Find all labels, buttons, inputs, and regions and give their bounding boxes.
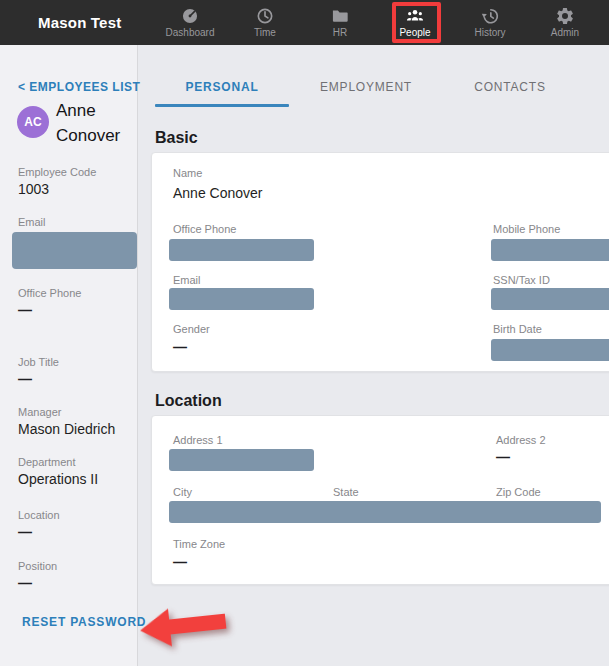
history-icon xyxy=(480,6,500,26)
gear-icon xyxy=(555,6,575,26)
reset-password-button[interactable]: RESET PASSWORD xyxy=(22,615,146,629)
avatar: AC xyxy=(17,106,49,138)
field-label: Department xyxy=(18,456,98,468)
app-title: Mason Test xyxy=(38,0,121,45)
folder-icon xyxy=(330,6,350,26)
field-value: Mason Diedrich xyxy=(18,421,115,437)
nav-item-admin[interactable]: Admin xyxy=(530,0,600,45)
redacted-email-value xyxy=(12,232,137,269)
address1-label: Address 1 xyxy=(173,434,223,446)
field-value: Operations II xyxy=(18,471,98,487)
nav-item-hr[interactable]: HR xyxy=(305,0,375,45)
redacted-email xyxy=(169,288,314,310)
gender-value: — xyxy=(173,339,187,355)
nav-label: Dashboard xyxy=(155,27,225,38)
basic-card: Name Anne Conover Office Phone Mobile Ph… xyxy=(151,152,609,372)
field-value: — xyxy=(18,524,60,540)
address2-value: — xyxy=(496,449,510,465)
nav-label: History xyxy=(455,27,525,38)
dashboard-gauge-icon xyxy=(180,6,200,26)
ssn-label: SSN/Tax ID xyxy=(493,274,550,286)
zip-code-label: Zip Code xyxy=(496,486,541,498)
annotation-arrow xyxy=(138,598,232,655)
field-label: Email xyxy=(18,216,46,228)
section-title-basic: Basic xyxy=(155,129,198,147)
field-value: — xyxy=(18,371,59,387)
redacted-ssn xyxy=(491,288,609,310)
main-content: PERSONAL EMPLOYMENT CONTACTS Basic Name … xyxy=(138,45,609,666)
nav-label: Time xyxy=(230,27,300,38)
location-card: Address 1 Address 2 — City State Zip Cod… xyxy=(151,415,609,585)
tab-personal[interactable]: PERSONAL xyxy=(150,75,294,99)
field-office-phone: Office Phone — xyxy=(18,287,81,318)
field-email: Email xyxy=(18,216,46,228)
field-label: Office Phone xyxy=(18,287,81,299)
field-job-title: Job Title — xyxy=(18,356,59,387)
field-value: — xyxy=(18,575,57,591)
name-label: Name xyxy=(173,167,202,179)
nav-label: People xyxy=(380,27,450,38)
city-label: City xyxy=(173,486,192,498)
field-value: 1003 xyxy=(18,181,96,197)
field-label: Employee Code xyxy=(18,166,96,178)
nav-label: Admin xyxy=(530,27,600,38)
field-manager: Manager Mason Diedrich xyxy=(18,406,115,437)
field-label: Manager xyxy=(18,406,115,418)
field-department: Department Operations II xyxy=(18,456,98,487)
nav-label: HR xyxy=(305,27,375,38)
field-employee-code: Employee Code 1003 xyxy=(18,166,96,197)
field-position: Position — xyxy=(18,560,57,591)
redacted-mobile-phone xyxy=(491,239,609,261)
email-label: Email xyxy=(173,274,201,286)
employee-sidebar: < EMPLOYEES LIST AC Anne Conover Employe… xyxy=(0,45,138,666)
mobile-phone-label: Mobile Phone xyxy=(493,223,560,235)
clock-icon xyxy=(255,6,275,26)
people-icon xyxy=(405,6,425,26)
time-zone-label: Time Zone xyxy=(173,538,225,550)
time-zone-value: — xyxy=(173,554,187,570)
section-title-location: Location xyxy=(155,392,222,410)
active-tab-underline xyxy=(155,104,289,107)
field-label: Job Title xyxy=(18,356,59,368)
redacted-birth-date xyxy=(491,339,609,361)
field-location: Location — xyxy=(18,509,60,540)
field-label: Location xyxy=(18,509,60,521)
top-navbar: Mason Test Dashboard Time HR People xyxy=(0,0,609,45)
nav-item-dashboard[interactable]: Dashboard xyxy=(155,0,225,45)
birth-date-label: Birth Date xyxy=(493,323,542,335)
nav-item-people[interactable]: People xyxy=(380,0,450,45)
redacted-address1 xyxy=(169,449,314,471)
tab-employment[interactable]: EMPLOYMENT xyxy=(294,75,438,99)
employee-name: Anne Conover xyxy=(56,98,134,148)
address2-label: Address 2 xyxy=(496,434,546,446)
redacted-office-phone xyxy=(169,239,314,261)
gender-label: Gender xyxy=(173,323,210,335)
office-phone-label: Office Phone xyxy=(173,223,236,235)
nav-item-time[interactable]: Time xyxy=(230,0,300,45)
name-value: Anne Conover xyxy=(173,185,263,201)
employees-list-back-link[interactable]: < EMPLOYEES LIST xyxy=(18,80,140,94)
state-label: State xyxy=(333,486,359,498)
field-label: Position xyxy=(18,560,57,572)
tab-contacts[interactable]: CONTACTS xyxy=(438,75,582,99)
field-value: — xyxy=(18,302,81,318)
nav-item-history[interactable]: History xyxy=(455,0,525,45)
redacted-city-state-zip xyxy=(169,501,601,523)
